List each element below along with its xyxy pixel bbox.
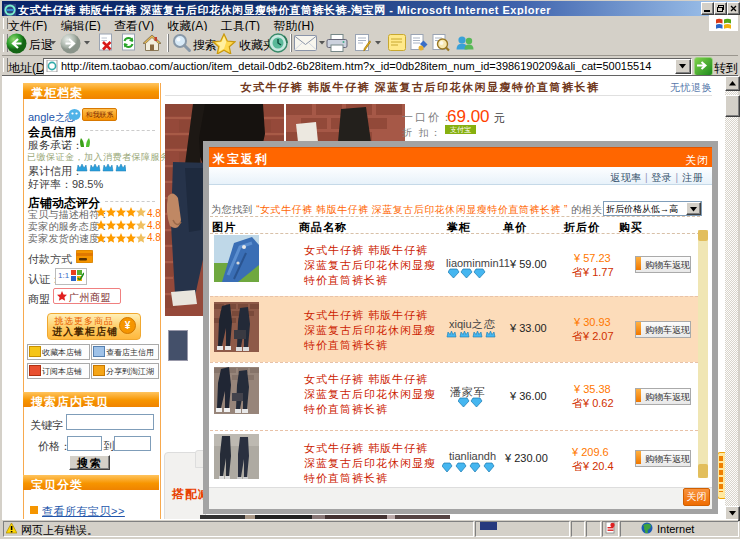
- svg-text:¥: ¥: [125, 320, 131, 331]
